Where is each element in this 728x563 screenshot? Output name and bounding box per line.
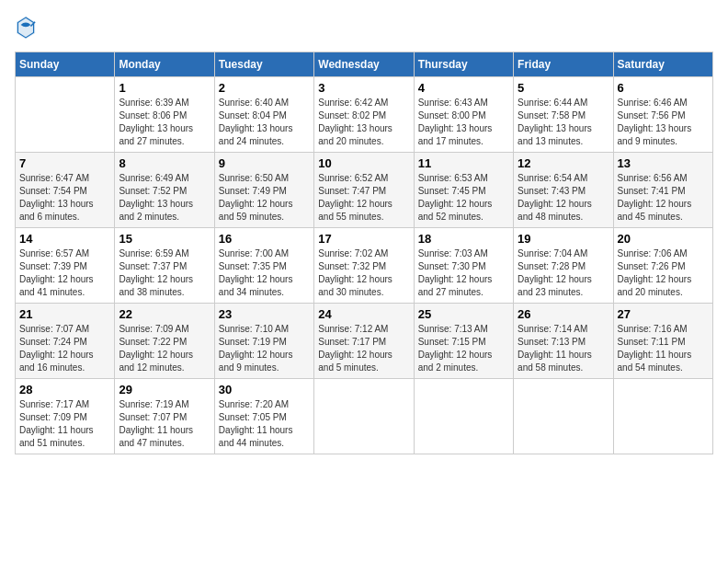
- day-number: 5: [518, 81, 609, 95]
- day-info: Sunrise: 7:12 AM Sunset: 7:17 PM Dayligh…: [318, 323, 409, 374]
- calendar-cell: 24Sunrise: 7:12 AM Sunset: 7:17 PM Dayli…: [314, 304, 414, 379]
- day-number: 7: [19, 156, 110, 170]
- day-info: Sunrise: 6:59 AM Sunset: 7:37 PM Dayligh…: [119, 247, 210, 299]
- calendar-cell: 17Sunrise: 7:02 AM Sunset: 7:32 PM Dayli…: [314, 228, 414, 304]
- day-number: 23: [219, 307, 310, 321]
- day-number: 19: [518, 232, 609, 246]
- day-number: 3: [318, 81, 409, 95]
- day-info: Sunrise: 7:04 AM Sunset: 7:28 PM Dayligh…: [518, 247, 609, 299]
- day-number: 13: [618, 156, 709, 170]
- day-info: Sunrise: 6:39 AM Sunset: 8:06 PM Dayligh…: [119, 97, 210, 148]
- day-info: Sunrise: 7:19 AM Sunset: 7:07 PM Dayligh…: [119, 398, 210, 450]
- svg-marker-0: [17, 17, 35, 40]
- calendar-cell: [414, 379, 513, 454]
- logo: [15, 15, 40, 40]
- calendar-cell: 26Sunrise: 7:14 AM Sunset: 7:13 PM Dayli…: [514, 304, 613, 379]
- calendar-cell: 2Sunrise: 6:40 AM Sunset: 8:04 PM Daylig…: [214, 77, 313, 153]
- day-number: 26: [518, 307, 609, 321]
- day-info: Sunrise: 7:09 AM Sunset: 7:22 PM Dayligh…: [119, 323, 210, 374]
- calendar-cell: 8Sunrise: 6:49 AM Sunset: 7:52 PM Daylig…: [115, 153, 214, 228]
- header-thursday: Thursday: [414, 52, 513, 77]
- calendar-cell: 9Sunrise: 6:50 AM Sunset: 7:49 PM Daylig…: [214, 153, 313, 228]
- calendar-cell: 15Sunrise: 6:59 AM Sunset: 7:37 PM Dayli…: [115, 228, 214, 304]
- calendar-body: 1Sunrise: 6:39 AM Sunset: 8:06 PM Daylig…: [16, 77, 713, 454]
- calendar-cell: 23Sunrise: 7:10 AM Sunset: 7:19 PM Dayli…: [214, 304, 313, 379]
- day-info: Sunrise: 7:16 AM Sunset: 7:11 PM Dayligh…: [618, 323, 709, 374]
- day-number: 28: [19, 383, 110, 396]
- day-number: 4: [418, 81, 509, 95]
- calendar-week-row: 14Sunrise: 6:57 AM Sunset: 7:39 PM Dayli…: [16, 228, 713, 304]
- calendar-cell: 6Sunrise: 6:46 AM Sunset: 7:56 PM Daylig…: [613, 77, 712, 153]
- day-number: 14: [19, 232, 110, 246]
- day-info: Sunrise: 7:07 AM Sunset: 7:24 PM Dayligh…: [19, 323, 110, 374]
- calendar-cell: 27Sunrise: 7:16 AM Sunset: 7:11 PM Dayli…: [613, 304, 712, 379]
- calendar-cell: 10Sunrise: 6:52 AM Sunset: 7:47 PM Dayli…: [314, 153, 414, 228]
- day-number: 16: [219, 232, 310, 246]
- day-number: 21: [19, 307, 110, 321]
- day-number: 9: [219, 156, 310, 170]
- logo-icon: [15, 15, 37, 40]
- day-info: Sunrise: 7:06 AM Sunset: 7:26 PM Dayligh…: [618, 247, 709, 299]
- day-info: Sunrise: 6:49 AM Sunset: 7:52 PM Dayligh…: [119, 172, 210, 224]
- calendar-cell: [514, 379, 613, 454]
- calendar-cell: 14Sunrise: 6:57 AM Sunset: 7:39 PM Dayli…: [16, 228, 115, 304]
- day-info: Sunrise: 7:20 AM Sunset: 7:05 PM Dayligh…: [219, 398, 310, 450]
- day-number: 2: [219, 81, 310, 95]
- calendar-cell: 4Sunrise: 6:43 AM Sunset: 8:00 PM Daylig…: [414, 77, 513, 153]
- day-number: 22: [119, 307, 210, 321]
- calendar-table: Sunday Monday Tuesday Wednesday Thursday…: [15, 52, 713, 454]
- calendar-cell: 19Sunrise: 7:04 AM Sunset: 7:28 PM Dayli…: [514, 228, 613, 304]
- day-info: Sunrise: 6:57 AM Sunset: 7:39 PM Dayligh…: [19, 247, 110, 299]
- day-number: 29: [119, 383, 210, 396]
- day-info: Sunrise: 6:44 AM Sunset: 7:58 PM Dayligh…: [518, 97, 609, 148]
- day-info: Sunrise: 6:46 AM Sunset: 7:56 PM Dayligh…: [618, 97, 709, 148]
- calendar-week-row: 7Sunrise: 6:47 AM Sunset: 7:54 PM Daylig…: [16, 153, 713, 228]
- page-header: [15, 15, 713, 40]
- day-number: 15: [119, 232, 210, 246]
- day-number: 25: [418, 307, 509, 321]
- day-info: Sunrise: 7:00 AM Sunset: 7:35 PM Dayligh…: [219, 247, 310, 299]
- day-info: Sunrise: 6:50 AM Sunset: 7:49 PM Dayligh…: [219, 172, 310, 224]
- calendar-cell: 3Sunrise: 6:42 AM Sunset: 8:02 PM Daylig…: [314, 77, 414, 153]
- calendar-cell: [613, 379, 712, 454]
- day-info: Sunrise: 6:53 AM Sunset: 7:45 PM Dayligh…: [418, 172, 509, 224]
- day-number: 8: [119, 156, 210, 170]
- header-monday: Monday: [115, 52, 214, 77]
- calendar-week-row: 28Sunrise: 7:17 AM Sunset: 7:09 PM Dayli…: [16, 379, 713, 454]
- header-sunday: Sunday: [16, 52, 115, 77]
- calendar-cell: 28Sunrise: 7:17 AM Sunset: 7:09 PM Dayli…: [16, 379, 115, 454]
- calendar-cell: 18Sunrise: 7:03 AM Sunset: 7:30 PM Dayli…: [414, 228, 513, 304]
- day-info: Sunrise: 7:03 AM Sunset: 7:30 PM Dayligh…: [418, 247, 509, 299]
- day-number: 27: [618, 307, 709, 321]
- day-info: Sunrise: 7:14 AM Sunset: 7:13 PM Dayligh…: [518, 323, 609, 374]
- day-number: 10: [318, 156, 409, 170]
- day-info: Sunrise: 7:17 AM Sunset: 7:09 PM Dayligh…: [19, 398, 110, 450]
- calendar-cell: 7Sunrise: 6:47 AM Sunset: 7:54 PM Daylig…: [16, 153, 115, 228]
- header-saturday: Saturday: [613, 52, 712, 77]
- calendar-cell: 12Sunrise: 6:54 AM Sunset: 7:43 PM Dayli…: [514, 153, 613, 228]
- calendar-week-row: 21Sunrise: 7:07 AM Sunset: 7:24 PM Dayli…: [16, 304, 713, 379]
- day-info: Sunrise: 6:52 AM Sunset: 7:47 PM Dayligh…: [318, 172, 409, 224]
- calendar-cell: 21Sunrise: 7:07 AM Sunset: 7:24 PM Dayli…: [16, 304, 115, 379]
- calendar-cell: 29Sunrise: 7:19 AM Sunset: 7:07 PM Dayli…: [115, 379, 214, 454]
- day-number: 6: [618, 81, 709, 95]
- calendar-cell: 13Sunrise: 6:56 AM Sunset: 7:41 PM Dayli…: [613, 153, 712, 228]
- day-number: 30: [219, 383, 310, 396]
- day-info: Sunrise: 7:10 AM Sunset: 7:19 PM Dayligh…: [219, 323, 310, 374]
- day-number: 20: [618, 232, 709, 246]
- day-number: 17: [318, 232, 409, 246]
- calendar-cell: 22Sunrise: 7:09 AM Sunset: 7:22 PM Dayli…: [115, 304, 214, 379]
- day-info: Sunrise: 7:02 AM Sunset: 7:32 PM Dayligh…: [318, 247, 409, 299]
- day-number: 24: [318, 307, 409, 321]
- day-number: 12: [518, 156, 609, 170]
- day-info: Sunrise: 6:43 AM Sunset: 8:00 PM Dayligh…: [418, 97, 509, 148]
- day-info: Sunrise: 6:47 AM Sunset: 7:54 PM Dayligh…: [19, 172, 110, 224]
- calendar-cell: 30Sunrise: 7:20 AM Sunset: 7:05 PM Dayli…: [214, 379, 313, 454]
- day-number: 18: [418, 232, 509, 246]
- calendar-header-row: Sunday Monday Tuesday Wednesday Thursday…: [16, 52, 713, 77]
- calendar-cell: 20Sunrise: 7:06 AM Sunset: 7:26 PM Dayli…: [613, 228, 712, 304]
- header-wednesday: Wednesday: [314, 52, 414, 77]
- header-tuesday: Tuesday: [214, 52, 313, 77]
- header-friday: Friday: [514, 52, 613, 77]
- day-number: 1: [119, 81, 210, 95]
